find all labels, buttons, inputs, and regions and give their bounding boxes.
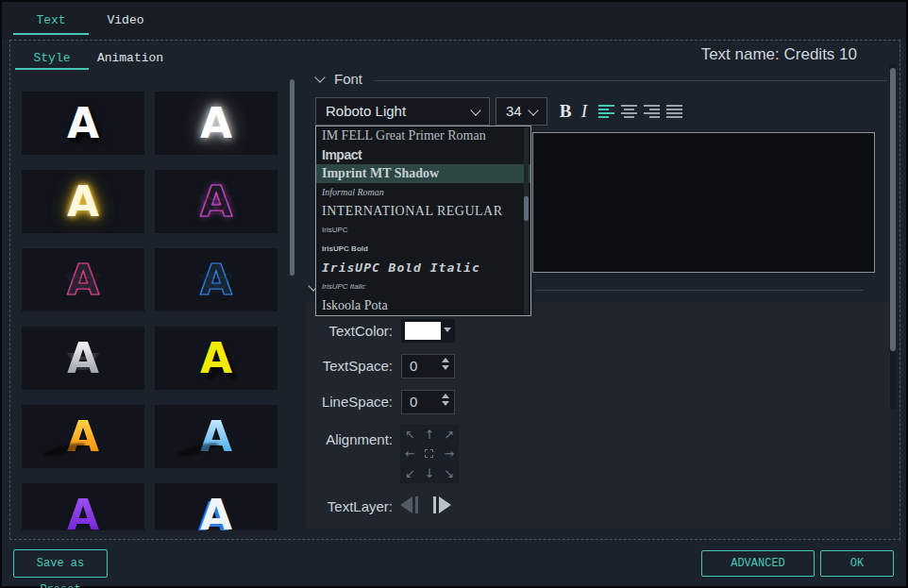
font-section-title: Font (334, 71, 362, 87)
preset-letter: A (200, 416, 232, 458)
chevron-down-icon (470, 105, 480, 115)
layer-forward-icon[interactable] (431, 495, 453, 515)
preset-letter: A (200, 495, 232, 531)
align-center-icon[interactable] (621, 105, 637, 118)
preset-tile[interactable]: A (155, 327, 277, 390)
font-option[interactable]: IM FELL Great Primer Roman (316, 126, 530, 145)
preset-tile[interactable]: A (155, 248, 277, 311)
ok-button[interactable]: OK (820, 550, 894, 577)
preset-tile[interactable]: A (22, 405, 144, 468)
font-family-select[interactable]: Roboto Light (315, 97, 490, 126)
font-option[interactable]: IrisUPC Italic (316, 277, 530, 296)
line-space-stepper[interactable] (442, 394, 449, 406)
align-right-icon[interactable] (644, 105, 660, 118)
font-option[interactable]: Impact (316, 145, 530, 164)
step-up-icon[interactable] (442, 358, 449, 362)
preset-tile[interactable]: A (22, 483, 144, 530)
align-left-icon[interactable] (598, 105, 614, 118)
panel-scrollbar[interactable] (890, 68, 896, 351)
dropdown-arrow-icon (444, 328, 451, 332)
text-layer-label: TextLayer: (306, 498, 393, 514)
preset-letter: A (67, 103, 99, 144)
text-edit-dialog: Text Video Style Animation Text name: Cr… (0, 0, 908, 588)
preset-tile[interactable]: A (22, 170, 144, 233)
bold-button[interactable]: B (556, 97, 575, 126)
text-space-input[interactable]: 0 (401, 354, 455, 378)
font-size-value: 34 (506, 98, 522, 125)
text-name-label: Text name: Credits 10 (701, 45, 857, 64)
preset-letter: A (67, 338, 99, 379)
font-family-value: Roboto Light (326, 98, 406, 125)
step-down-icon[interactable] (442, 401, 449, 406)
preset-tile[interactable]: A (22, 92, 144, 155)
tab-video[interactable]: Video (96, 8, 155, 33)
settings-section-divider (535, 290, 864, 291)
step-down-icon[interactable] (442, 365, 449, 370)
color-swatch (405, 322, 441, 340)
settings-panel (306, 302, 891, 529)
align-middle-right-icon[interactable]: → (439, 445, 459, 464)
text-layer-buttons (400, 495, 453, 515)
layer-back-icon[interactable] (400, 495, 422, 515)
preset-tile[interactable]: A (155, 405, 277, 468)
align-top-icon[interactable]: ↑ (420, 425, 440, 445)
font-option[interactable]: IrisUPC (316, 221, 530, 240)
align-justify-icon[interactable] (666, 105, 682, 118)
font-option[interactable]: Imprint MT Shadow (316, 164, 530, 183)
align-bottom-right-icon[interactable]: ↘ (439, 463, 459, 483)
text-space-value: 0 (410, 355, 417, 378)
save-as-preset-button[interactable]: Save as Preset (13, 549, 108, 578)
text-preview-box[interactable] (532, 132, 875, 273)
line-space-input[interactable]: 0 (401, 390, 455, 414)
align-bottom-left-icon[interactable]: ↙ (400, 463, 420, 483)
font-option[interactable]: Informal Roman (316, 183, 530, 202)
text-space-stepper[interactable] (442, 358, 449, 370)
preset-tile[interactable]: A (155, 92, 277, 155)
advanced-button[interactable]: ADVANCED (701, 550, 815, 577)
text-align-buttons (598, 105, 682, 118)
italic-button[interactable]: I (577, 97, 592, 126)
font-option[interactable]: Iskoola Pota (316, 296, 530, 315)
preset-tile[interactable]: A (155, 483, 277, 530)
font-dropdown-list: IM FELL Great Primer RomanImpactImprint … (315, 126, 531, 316)
preset-tile[interactable]: A (22, 327, 144, 390)
step-up-icon[interactable] (442, 394, 449, 398)
tab-animation[interactable]: Animation (94, 46, 166, 70)
font-option[interactable]: IrisUPC Bold (316, 240, 530, 259)
text-space-label: TextSpace: (306, 358, 393, 374)
alignment-grid: ↖ ↑ ↗ ← → ↙ ↓ ↘ (400, 425, 459, 483)
preset-letter: A (200, 103, 232, 144)
text-color-picker[interactable] (401, 319, 455, 343)
dropdown-scrollbar[interactable] (524, 196, 529, 221)
preset-tile[interactable]: A (22, 248, 144, 311)
preset-letter: A (67, 181, 99, 223)
font-size-select[interactable]: 34 (496, 97, 547, 126)
tab-text[interactable]: Text (13, 8, 89, 33)
align-center-icon[interactable] (420, 445, 440, 464)
font-option[interactable]: INTERNATIONAL REGULAR (316, 202, 530, 221)
preset-scrollbar[interactable] (290, 79, 294, 276)
preset-letter: A (200, 260, 232, 301)
align-middle-left-icon[interactable]: ← (400, 445, 420, 464)
preset-letter: A (200, 181, 232, 223)
font-section-divider (374, 80, 887, 81)
top-tab-bar: Text Video (2, 2, 906, 40)
preset-letter: A (67, 260, 99, 301)
tab-style[interactable]: Style (15, 46, 89, 70)
preset-letter: A (200, 338, 232, 379)
chevron-down-icon (528, 105, 538, 115)
align-bottom-icon[interactable]: ↓ (420, 463, 440, 483)
preset-tile[interactable]: A (155, 170, 277, 233)
font-option[interactable]: IrisUPC Bold Italic (316, 259, 530, 277)
align-top-left-icon[interactable]: ↖ (400, 425, 420, 445)
center-crop-icon (425, 449, 433, 458)
alignment-label: Alignment: (306, 431, 393, 447)
line-space-value: 0 (410, 391, 417, 413)
align-top-right-icon[interactable]: ↗ (439, 425, 459, 445)
preset-grid: AAAAAAAAAAAA (22, 92, 277, 530)
preset-letter: A (67, 495, 99, 531)
text-color-label: TextColor: (306, 323, 393, 339)
preset-letter: A (67, 416, 99, 458)
line-space-label: LineSpace: (306, 394, 393, 410)
